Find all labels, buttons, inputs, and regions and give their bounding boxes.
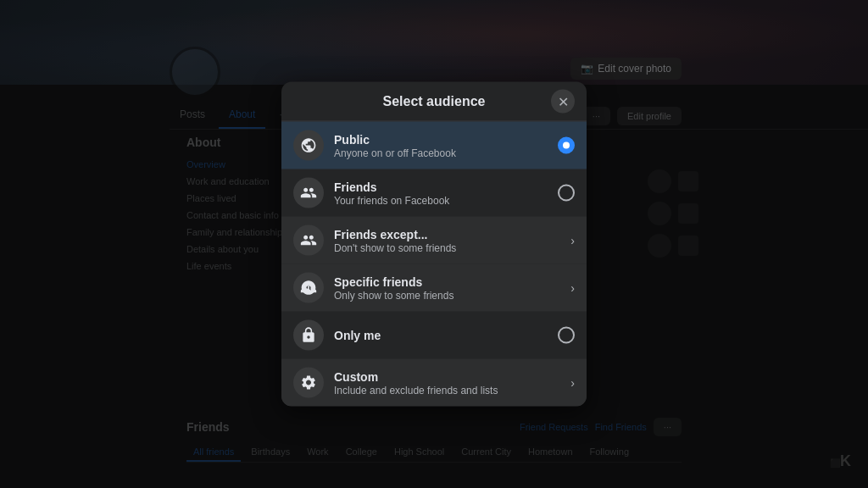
modal-container: Select audience ✕ Public Anyone on or of… <box>281 82 587 407</box>
gear-icon-container <box>293 368 324 398</box>
option-custom-text: Custom Include and exclude friends and l… <box>334 369 560 396</box>
option-only-me-radio <box>558 327 575 344</box>
lock-icon-container <box>293 320 324 351</box>
chevron-right-icon-2: › <box>570 281 575 295</box>
select-audience-modal: Select audience ✕ Public Anyone on or of… <box>281 82 587 407</box>
modal-title: Select audience <box>383 94 486 109</box>
option-friends-radio <box>558 185 575 202</box>
friends-icon <box>300 185 317 202</box>
friends-except-icon <box>300 232 317 249</box>
modal-header: Select audience ✕ <box>281 82 587 122</box>
option-friends-except-subtitle: Don't show to some friends <box>334 241 560 253</box>
option-specific-friends-subtitle: Only show to some friends <box>334 289 560 301</box>
option-specific-friends[interactable]: Specific friends Only show to some frien… <box>281 264 587 312</box>
option-friends-except-title: Friends except... <box>334 227 560 241</box>
option-only-me[interactable]: Only me <box>281 312 587 359</box>
option-public-text: Public Anyone on or off Facebook <box>334 132 548 158</box>
option-custom-title: Custom <box>334 369 560 383</box>
globe-icon <box>300 137 317 154</box>
option-only-me-text: Only me <box>334 329 548 342</box>
option-public-title: Public <box>334 132 548 146</box>
gear-icon <box>300 374 317 391</box>
option-friends-except-text: Friends except... Don't show to some fri… <box>334 227 560 253</box>
lock-icon <box>300 327 317 344</box>
chevron-right-icon-3: › <box>570 376 575 390</box>
option-friends-text: Friends Your friends on Facebook <box>334 180 548 206</box>
specific-friends-icon-container <box>293 273 324 303</box>
option-custom[interactable]: Custom Include and exclude friends and l… <box>281 359 587 407</box>
close-icon: ✕ <box>558 93 569 109</box>
globe-icon-container <box>293 130 324 161</box>
chevron-right-icon: › <box>570 234 575 247</box>
option-specific-friends-text: Specific friends Only show to some frien… <box>334 274 560 301</box>
friends-except-icon-container <box>293 225 324 256</box>
option-public-subtitle: Anyone on or off Facebook <box>334 147 548 158</box>
option-friends-title: Friends <box>334 180 548 193</box>
option-custom-subtitle: Include and exclude friends and lists <box>334 384 560 396</box>
option-only-me-title: Only me <box>334 329 548 342</box>
option-friends[interactable]: Friends Your friends on Facebook <box>281 169 587 217</box>
option-friends-except[interactable]: Friends except... Don't show to some fri… <box>281 217 587 264</box>
modal-close-button[interactable]: ✕ <box>551 90 575 114</box>
option-public-radio <box>558 137 575 154</box>
specific-friends-icon <box>300 280 317 297</box>
option-specific-friends-title: Specific friends <box>334 274 560 288</box>
friends-icon-container <box>293 178 324 208</box>
option-friends-subtitle: Your friends on Facebook <box>334 194 548 206</box>
option-public[interactable]: Public Anyone on or off Facebook <box>281 122 587 169</box>
